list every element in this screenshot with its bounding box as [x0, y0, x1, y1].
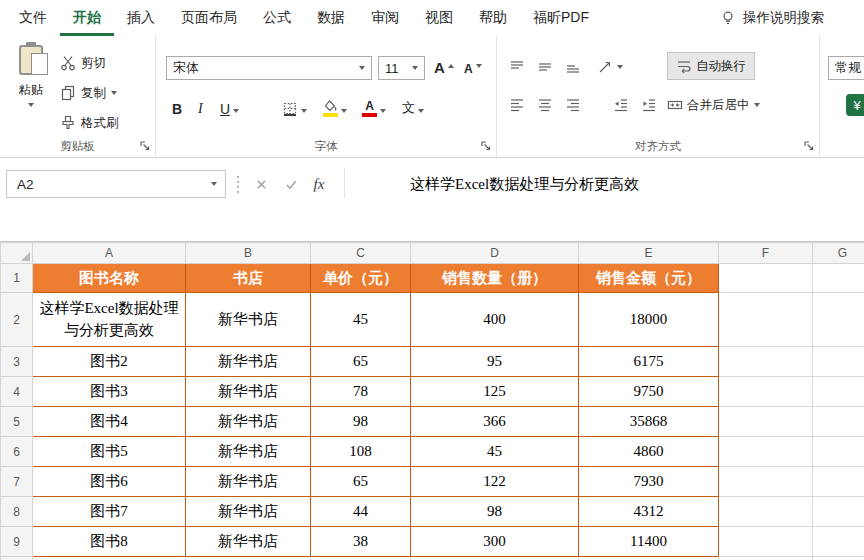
align-bottom-button[interactable] [565, 54, 581, 80]
cell-D4[interactable]: 125 [411, 377, 579, 407]
cell-A4[interactable]: 图书3 [33, 377, 186, 407]
borders-button[interactable] [282, 94, 307, 120]
cell-B8[interactable]: 新华书店 [186, 497, 311, 527]
cell-E8[interactable]: 4312 [579, 497, 719, 527]
cell-A8[interactable]: 图书7 [33, 497, 186, 527]
increase-font-size-button[interactable]: A [434, 53, 454, 79]
phonetic-button[interactable]: 文 [402, 94, 424, 120]
ribbon-tab[interactable]: 页面布局 [168, 0, 250, 36]
ribbon-tab[interactable]: 帮助 [466, 0, 520, 36]
cell-D7[interactable]: 122 [411, 467, 579, 497]
cell-G10[interactable] [813, 557, 864, 560]
cell-B3[interactable]: 新华书店 [186, 347, 311, 377]
cell-C1[interactable]: 单价（元） [311, 264, 411, 293]
column-header-E[interactable]: E [579, 243, 719, 264]
cell-B6[interactable]: 新华书店 [186, 437, 311, 467]
row-header-4[interactable]: 4 [1, 377, 33, 407]
number-format-combo[interactable]: 常规 [828, 56, 864, 80]
cell-D10[interactable] [411, 557, 579, 560]
insert-function-button[interactable]: fx [308, 174, 330, 194]
accounting-format-button[interactable]: ¥ [846, 94, 864, 116]
cell-F3[interactable] [719, 347, 813, 377]
cell-B9[interactable]: 新华书店 [186, 527, 311, 557]
cell-B7[interactable]: 新华书店 [186, 467, 311, 497]
fill-color-button[interactable] [322, 94, 347, 120]
row-header-10[interactable] [1, 557, 33, 560]
cell-F7[interactable] [719, 467, 813, 497]
cell-E2[interactable]: 18000 [579, 293, 719, 347]
wrap-text-button[interactable]: 自动换行 [667, 52, 755, 80]
cell-G1[interactable] [813, 264, 864, 293]
enter-button[interactable] [280, 174, 302, 194]
cell-E5[interactable]: 35868 [579, 407, 719, 437]
ribbon-tab[interactable]: 插入 [114, 0, 168, 36]
cancel-button[interactable] [250, 174, 272, 194]
cell-G4[interactable] [813, 377, 864, 407]
ribbon-tab[interactable]: 文件 [6, 0, 60, 36]
copy-button[interactable]: 复制 [60, 80, 117, 106]
cell-F8[interactable] [719, 497, 813, 527]
align-middle-button[interactable] [537, 54, 553, 80]
cell-F1[interactable] [719, 264, 813, 293]
cell-C4[interactable]: 78 [311, 377, 411, 407]
cell-A2[interactable]: 这样学Excel数据处理与分析更高效 [33, 293, 186, 347]
cell-F6[interactable] [719, 437, 813, 467]
row-header-8[interactable]: 8 [1, 497, 33, 527]
alignment-dialog-launcher[interactable] [803, 140, 815, 152]
format-painter-button[interactable]: 格式刷 [60, 110, 119, 136]
ribbon-tab[interactable]: 公式 [250, 0, 304, 36]
row-header-1[interactable]: 1 [1, 264, 33, 293]
row-header-7[interactable]: 7 [1, 467, 33, 497]
cell-A7[interactable]: 图书6 [33, 467, 186, 497]
merge-center-button[interactable]: 合并后居中 [667, 92, 760, 118]
decrease-indent-button[interactable] [613, 92, 629, 118]
ribbon-tab[interactable]: 开始 [60, 0, 114, 36]
cut-button[interactable]: 剪切 [60, 50, 106, 76]
cell-A3[interactable]: 图书2 [33, 347, 186, 377]
cell-D9[interactable]: 300 [411, 527, 579, 557]
cell-G2[interactable] [813, 293, 864, 347]
decrease-font-size-button[interactable]: A [464, 53, 482, 79]
tell-me-search[interactable]: 操作说明搜索 [720, 0, 824, 36]
cell-E10[interactable] [579, 557, 719, 560]
name-box-grip[interactable] [237, 176, 239, 178]
increase-indent-button[interactable] [641, 92, 657, 118]
paste-button[interactable]: 粘贴 [8, 43, 54, 138]
cell-A6[interactable]: 图书5 [33, 437, 186, 467]
cell-C5[interactable]: 98 [311, 407, 411, 437]
bold-button[interactable]: B [172, 94, 182, 120]
cell-D3[interactable]: 95 [411, 347, 579, 377]
align-top-button[interactable] [509, 54, 525, 80]
formula-input[interactable]: 这样学Excel数据处理与分析更高效 [410, 175, 639, 194]
select-all-button[interactable] [1, 243, 33, 264]
font-size-combo[interactable]: 11 [378, 56, 425, 80]
row-header-6[interactable]: 6 [1, 437, 33, 467]
underline-button[interactable]: U [220, 94, 239, 120]
align-left-button[interactable] [509, 92, 525, 118]
cell-E4[interactable]: 9750 [579, 377, 719, 407]
column-header-C[interactable]: C [311, 243, 411, 264]
ribbon-tab[interactable]: 视图 [412, 0, 466, 36]
cell-C2[interactable]: 45 [311, 293, 411, 347]
cell-E1[interactable]: 销售金额（元） [579, 264, 719, 293]
cell-E3[interactable]: 6175 [579, 347, 719, 377]
cell-C10[interactable] [311, 557, 411, 560]
ribbon-tab[interactable]: 数据 [304, 0, 358, 36]
cell-A1[interactable]: 图书名称 [33, 264, 186, 293]
cell-E7[interactable]: 7930 [579, 467, 719, 497]
row-header-9[interactable]: 9 [1, 527, 33, 557]
align-right-button[interactable] [565, 92, 581, 118]
cell-B4[interactable]: 新华书店 [186, 377, 311, 407]
cell-F10[interactable] [719, 557, 813, 560]
cell-A9[interactable]: 图书8 [33, 527, 186, 557]
cell-C3[interactable]: 65 [311, 347, 411, 377]
cell-B1[interactable]: 书店 [186, 264, 311, 293]
cell-A5[interactable]: 图书4 [33, 407, 186, 437]
orientation-button[interactable] [597, 54, 623, 80]
cell-C7[interactable]: 65 [311, 467, 411, 497]
cell-B5[interactable]: 新华书店 [186, 407, 311, 437]
cell-B2[interactable]: 新华书店 [186, 293, 311, 347]
column-header-A[interactable]: A [33, 243, 186, 264]
ribbon-tab[interactable]: 审阅 [358, 0, 412, 36]
row-header-5[interactable]: 5 [1, 407, 33, 437]
